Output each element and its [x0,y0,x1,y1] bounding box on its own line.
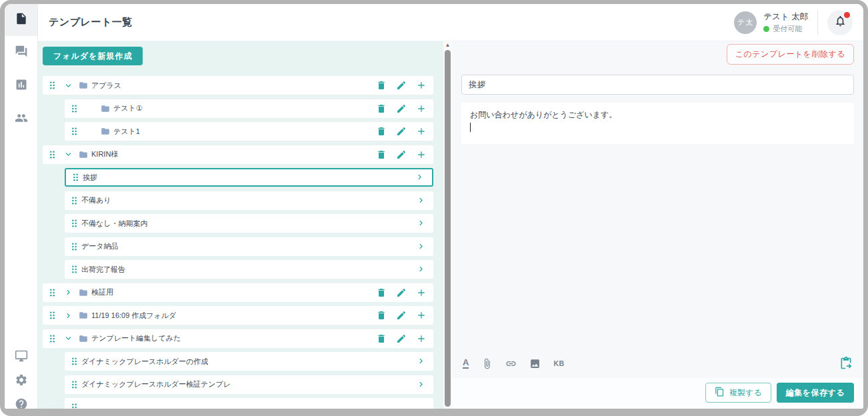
drag-handle-icon[interactable] [70,196,79,205]
drag-handle-icon[interactable] [70,127,79,136]
kb-button[interactable]: KB [553,359,564,367]
drag-handle-icon[interactable] [70,219,79,228]
add-template-icon[interactable] [416,103,427,114]
nav-settings[interactable] [15,373,28,389]
text-format-icon[interactable]: A [463,358,469,369]
drag-handle-icon[interactable] [48,288,57,297]
drag-handle-icon[interactable] [70,242,79,251]
open-template-icon[interactable] [416,264,427,275]
delete-folder-icon[interactable] [376,103,387,114]
attachment-icon[interactable] [481,358,493,369]
delete-folder-icon[interactable] [376,287,387,298]
duplicate-button[interactable]: 複製する [705,383,771,403]
chevron-right-icon[interactable] [63,311,73,321]
template-body-editor[interactable]: お問い合わせがありがとうございます。 [461,103,854,144]
folder-icon [78,81,89,90]
template-label: ダイナミックプレースホルダー検証テンプレ [81,379,231,389]
folder-icon [100,127,111,136]
header-divider [817,10,818,35]
drag-handle-icon[interactable] [48,150,57,159]
delete-template-button[interactable]: このテンプレートを削除する [727,44,854,65]
delete-folder-icon[interactable] [376,310,387,321]
delete-folder-icon[interactable] [376,149,387,160]
template-title-input[interactable] [461,75,854,95]
template-row[interactable]: 不備あり [65,191,433,210]
scrollbar-thumb[interactable] [445,50,451,407]
image-icon[interactable] [529,358,541,369]
open-template-icon[interactable] [416,195,427,206]
delete-folder-icon[interactable] [376,80,387,91]
edit-folder-icon[interactable] [396,103,407,114]
add-template-icon[interactable] [416,287,427,298]
folder-row[interactable]: アプラス [43,76,433,95]
notifications-button[interactable] [827,10,853,35]
drag-handle-icon[interactable] [70,104,79,113]
folder-row[interactable]: KIRIN様 [43,145,433,164]
folder-label: テスト① [113,103,143,113]
edit-folder-icon[interactable] [396,287,407,298]
drag-handle-icon[interactable] [70,380,79,389]
edit-folder-icon[interactable] [396,310,407,321]
add-template-icon[interactable] [416,80,427,91]
paste-template-icon[interactable] [839,357,853,370]
folder-row[interactable]: 検証用 [43,283,433,302]
add-template-icon[interactable] [416,149,427,160]
drag-handle-icon[interactable] [48,311,57,320]
drag-handle-icon[interactable] [71,173,80,182]
folder-row[interactable]: 11/19 16:09 作成フォルダ [43,306,433,325]
delete-folder-icon[interactable] [376,126,387,137]
help-icon [15,397,28,409]
chevron-down-icon[interactable] [63,333,73,343]
open-template-icon[interactable] [416,379,427,390]
scroll-up-arrow-icon[interactable]: ▲ [443,42,452,48]
nav-monitor[interactable] [15,349,28,365]
template-editor-panel: このテンプレートを削除する お問い合わせがありがとうございます。 A KB [452,41,863,409]
nav-help[interactable] [15,397,28,409]
copy-icon [715,387,725,399]
open-template-icon[interactable] [416,241,427,252]
edit-folder-icon[interactable] [396,80,407,91]
edit-folder-icon[interactable] [396,126,407,137]
drag-handle-icon[interactable] [70,357,79,366]
new-folder-button[interactable]: フォルダを新規作成 [43,47,143,65]
template-row[interactable]: 不備なし・納期案内 [65,214,433,233]
drag-handle-icon[interactable] [70,403,79,409]
nav-users[interactable] [5,103,37,136]
folder-row[interactable]: テスト① [65,99,433,118]
nav-analytics[interactable] [5,69,37,103]
save-button[interactable]: 編集を保存する [777,383,854,403]
folder-row[interactable]: テスト1 [65,122,433,141]
chevron-down-icon[interactable] [63,81,73,91]
edit-folder-icon[interactable] [396,333,407,344]
open-template-icon[interactable] [415,172,425,183]
list-scrollbar[interactable]: ▲ [443,41,452,409]
drag-handle-icon[interactable] [70,265,79,274]
template-row[interactable]: データ納品 [65,237,433,256]
add-template-icon[interactable] [416,126,427,137]
nav-chat[interactable] [5,36,37,69]
drag-handle-icon[interactable] [48,334,57,343]
template-row[interactable]: 挨拶 [65,168,433,187]
settings-gear-icon [15,373,28,389]
user-name: テスト 太郎 [763,11,808,23]
folder-row[interactable]: テンプレート編集してみた [43,329,433,348]
template-row[interactable]: ダイナミックプレースホルダー検証テンプレ [65,375,433,394]
template-row[interactable] [65,398,433,409]
link-icon[interactable] [505,358,517,369]
chevron-right-icon[interactable] [63,287,73,297]
edit-folder-icon[interactable] [396,149,407,160]
user-block[interactable]: テスト 太郎 受付可能 [763,11,808,34]
folder-icon [78,150,89,159]
chevron-down-icon[interactable] [63,149,73,159]
avatar[interactable]: テ太 [734,11,757,34]
add-template-icon[interactable] [416,333,427,344]
template-row[interactable]: ダイナミックプレースホルダーの作成 [65,352,433,371]
delete-folder-icon[interactable] [376,333,387,344]
open-template-icon[interactable] [416,218,427,229]
duplicate-button-label: 複製する [729,387,762,399]
open-template-icon[interactable] [416,356,427,367]
add-template-icon[interactable] [416,310,427,321]
drag-handle-icon[interactable] [48,81,57,90]
nav-templates[interactable] [5,4,37,36]
template-row[interactable]: 出荷完了報告 [65,260,433,279]
